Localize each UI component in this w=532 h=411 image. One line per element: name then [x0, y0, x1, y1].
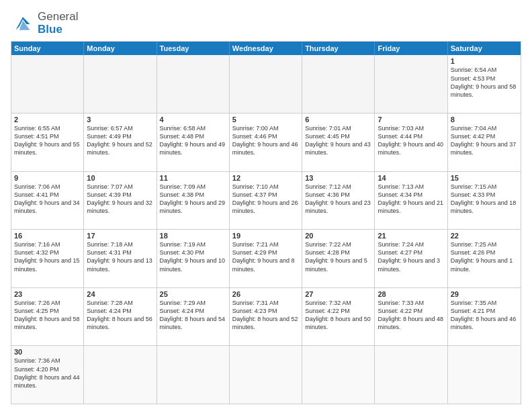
day-number: 20 [305, 232, 371, 240]
cell-info: Sunrise: 7:12 AM Sunset: 4:36 PM Dayligh… [305, 183, 371, 216]
day-number: 11 [160, 174, 226, 182]
cell-info: Sunrise: 7:06 AM Sunset: 4:41 PM Dayligh… [14, 183, 81, 216]
calendar-cell: 5Sunrise: 7:00 AM Sunset: 4:46 PM Daylig… [230, 113, 302, 171]
day-number: 26 [232, 290, 299, 298]
cell-info: Sunrise: 7:00 AM Sunset: 4:46 PM Dayligh… [232, 124, 299, 157]
day-header-friday: Friday [375, 42, 447, 55]
calendar-cell: 4Sunrise: 6:58 AM Sunset: 4:48 PM Daylig… [157, 113, 230, 171]
calendar-cell [157, 346, 230, 404]
cell-info: Sunrise: 7:22 AM Sunset: 4:28 PM Dayligh… [305, 240, 371, 273]
general-blue-logo-icon [11, 13, 35, 34]
calendar-cell [375, 55, 447, 113]
calendar-cell [157, 55, 230, 113]
cell-info: Sunrise: 7:18 AM Sunset: 4:31 PM Dayligh… [87, 240, 153, 273]
day-header-monday: Monday [84, 42, 157, 55]
day-number: 28 [378, 290, 444, 298]
day-number: 19 [232, 232, 299, 240]
calendar-cell: 30Sunrise: 7:36 AM Sunset: 4:20 PM Dayli… [11, 346, 84, 404]
calendar-cell: 28Sunrise: 7:33 AM Sunset: 4:22 PM Dayli… [375, 288, 447, 346]
day-header-tuesday: Tuesday [157, 42, 230, 55]
calendar-cell [230, 346, 302, 404]
calendar-row: 16Sunrise: 7:16 AM Sunset: 4:32 PM Dayli… [11, 229, 521, 287]
day-number: 15 [451, 174, 518, 182]
calendar-cell: 9Sunrise: 7:06 AM Sunset: 4:41 PM Daylig… [11, 172, 84, 230]
day-number: 23 [14, 290, 81, 298]
day-number: 12 [232, 174, 299, 182]
day-number: 21 [378, 232, 444, 240]
day-number: 9 [14, 174, 81, 182]
day-header-sunday: Sunday [11, 42, 84, 55]
cell-info: Sunrise: 6:54 AM Sunset: 4:53 PM Dayligh… [451, 66, 518, 99]
day-number: 8 [451, 116, 518, 124]
day-number: 22 [451, 232, 518, 240]
calendar-cell [230, 55, 302, 113]
calendar-header: SundayMondayTuesdayWednesdayThursdayFrid… [11, 42, 521, 55]
calendar-cell [448, 346, 521, 404]
logo: General Blue [11, 11, 78, 36]
cell-info: Sunrise: 7:24 AM Sunset: 4:27 PM Dayligh… [378, 240, 444, 273]
cell-info: Sunrise: 6:58 AM Sunset: 4:48 PM Dayligh… [160, 124, 226, 157]
calendar-cell: 1Sunrise: 6:54 AM Sunset: 4:53 PM Daylig… [448, 55, 521, 113]
cell-info: Sunrise: 7:13 AM Sunset: 4:34 PM Dayligh… [378, 183, 444, 216]
cell-info: Sunrise: 7:31 AM Sunset: 4:23 PM Dayligh… [232, 299, 299, 332]
calendar-cell: 19Sunrise: 7:21 AM Sunset: 4:29 PM Dayli… [230, 230, 302, 287]
day-number: 18 [160, 232, 226, 240]
cell-info: Sunrise: 7:29 AM Sunset: 4:24 PM Dayligh… [160, 299, 226, 332]
cell-info: Sunrise: 7:10 AM Sunset: 4:37 PM Dayligh… [232, 183, 299, 216]
cell-info: Sunrise: 7:36 AM Sunset: 4:20 PM Dayligh… [14, 357, 81, 390]
day-number: 13 [305, 174, 371, 182]
calendar-cell: 7Sunrise: 7:03 AM Sunset: 4:44 PM Daylig… [375, 113, 447, 171]
day-header-saturday: Saturday [448, 42, 521, 55]
cell-info: Sunrise: 7:19 AM Sunset: 4:30 PM Dayligh… [160, 240, 226, 273]
cell-info: Sunrise: 7:28 AM Sunset: 4:24 PM Dayligh… [87, 299, 153, 332]
header: General Blue [11, 11, 521, 36]
day-number: 29 [451, 290, 518, 298]
calendar-cell: 21Sunrise: 7:24 AM Sunset: 4:27 PM Dayli… [375, 230, 447, 287]
day-number: 5 [232, 116, 299, 124]
calendar-cell: 6Sunrise: 7:01 AM Sunset: 4:45 PM Daylig… [302, 113, 375, 171]
calendar-cell [375, 346, 447, 404]
calendar-cell: 10Sunrise: 7:07 AM Sunset: 4:39 PM Dayli… [84, 172, 157, 230]
calendar-cell: 2Sunrise: 6:55 AM Sunset: 4:51 PM Daylig… [11, 113, 84, 171]
cell-info: Sunrise: 7:33 AM Sunset: 4:22 PM Dayligh… [378, 299, 444, 332]
day-number: 17 [87, 232, 153, 240]
cell-info: Sunrise: 7:32 AM Sunset: 4:22 PM Dayligh… [305, 299, 371, 332]
calendar-cell [84, 55, 157, 113]
cell-info: Sunrise: 7:26 AM Sunset: 4:25 PM Dayligh… [14, 299, 81, 332]
day-header-wednesday: Wednesday [230, 42, 302, 55]
day-number: 30 [14, 348, 81, 356]
calendar-row: 30Sunrise: 7:36 AM Sunset: 4:20 PM Dayli… [11, 345, 521, 404]
day-number: 25 [160, 290, 226, 298]
calendar-cell: 25Sunrise: 7:29 AM Sunset: 4:24 PM Dayli… [157, 288, 230, 346]
cell-info: Sunrise: 7:03 AM Sunset: 4:44 PM Dayligh… [378, 124, 444, 157]
calendar-cell: 17Sunrise: 7:18 AM Sunset: 4:31 PM Dayli… [84, 230, 157, 287]
cell-info: Sunrise: 7:07 AM Sunset: 4:39 PM Dayligh… [87, 183, 153, 216]
day-number: 10 [87, 174, 153, 182]
day-number: 7 [378, 116, 444, 124]
calendar-cell: 14Sunrise: 7:13 AM Sunset: 4:34 PM Dayli… [375, 172, 447, 230]
day-number: 3 [87, 116, 153, 124]
page: General Blue SundayMondayTuesdayWednesda… [0, 0, 532, 411]
calendar-cell: 29Sunrise: 7:35 AM Sunset: 4:21 PM Dayli… [448, 288, 521, 346]
calendar-cell: 15Sunrise: 7:15 AM Sunset: 4:33 PM Dayli… [448, 172, 521, 230]
calendar-row: 23Sunrise: 7:26 AM Sunset: 4:25 PM Dayli… [11, 287, 521, 346]
calendar-cell [11, 55, 84, 113]
calendar-cell: 24Sunrise: 7:28 AM Sunset: 4:24 PM Dayli… [84, 288, 157, 346]
calendar-row: 9Sunrise: 7:06 AM Sunset: 4:41 PM Daylig… [11, 171, 521, 230]
calendar-cell: 27Sunrise: 7:32 AM Sunset: 4:22 PM Dayli… [302, 288, 375, 346]
day-number: 2 [14, 116, 81, 124]
calendar-cell [302, 55, 375, 113]
calendar-row: 2Sunrise: 6:55 AM Sunset: 4:51 PM Daylig… [11, 113, 521, 171]
calendar-cell: 11Sunrise: 7:09 AM Sunset: 4:38 PM Dayli… [157, 172, 230, 230]
day-number: 4 [160, 116, 226, 124]
cell-info: Sunrise: 7:21 AM Sunset: 4:29 PM Dayligh… [232, 240, 299, 273]
calendar: SundayMondayTuesdayWednesdayThursdayFrid… [11, 41, 521, 404]
day-number: 14 [378, 174, 444, 182]
day-header-thursday: Thursday [302, 42, 375, 55]
calendar-cell: 8Sunrise: 7:04 AM Sunset: 4:42 PM Daylig… [448, 113, 521, 171]
day-number: 1 [451, 57, 518, 65]
calendar-cell: 18Sunrise: 7:19 AM Sunset: 4:30 PM Dayli… [157, 230, 230, 287]
cell-info: Sunrise: 7:01 AM Sunset: 4:45 PM Dayligh… [305, 124, 371, 157]
cell-info: Sunrise: 6:57 AM Sunset: 4:49 PM Dayligh… [87, 124, 153, 157]
calendar-cell [84, 346, 157, 404]
